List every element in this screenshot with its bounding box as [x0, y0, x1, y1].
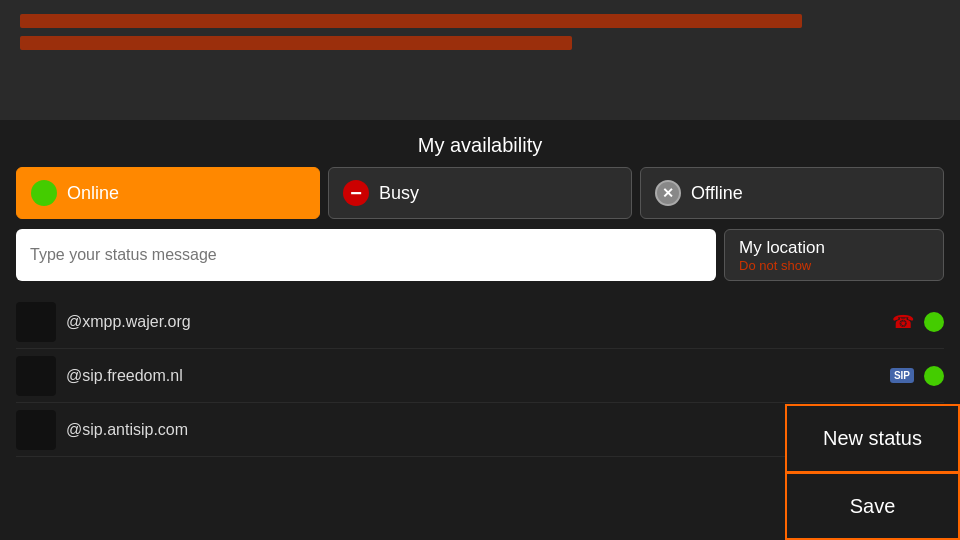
avatar: [16, 410, 56, 450]
new-status-button[interactable]: New status: [785, 404, 960, 472]
account-name: @xmpp.wajer.org: [66, 313, 882, 331]
offline-label: Offline: [691, 183, 743, 204]
availability-row: Online Busy Offline: [0, 167, 960, 229]
online-button[interactable]: Online: [16, 167, 320, 219]
status-location-row: My location Do not show: [0, 229, 960, 291]
busy-button[interactable]: Busy: [328, 167, 632, 219]
location-button[interactable]: My location Do not show: [724, 229, 944, 281]
busy-icon: [343, 180, 369, 206]
online-label: Online: [67, 183, 119, 204]
bg-line-2: [20, 36, 572, 50]
online-icon: [31, 180, 57, 206]
avatar: [16, 356, 56, 396]
bg-line-1: [20, 14, 802, 28]
action-buttons: New status Save: [785, 291, 960, 540]
offline-button[interactable]: Offline: [640, 167, 944, 219]
status-message-input[interactable]: [16, 229, 716, 281]
account-name: @sip.antisip.com: [66, 421, 880, 439]
busy-label: Busy: [379, 183, 419, 204]
account-name: @sip.freedom.nl: [66, 367, 880, 385]
save-button[interactable]: Save: [785, 472, 960, 540]
accounts-section: @xmpp.wajer.org ☎ @sip.freedom.nl SIP @s…: [0, 291, 960, 540]
availability-dialog: My availability Online Busy Offline My l…: [0, 120, 960, 540]
avatar: [16, 302, 56, 342]
dialog-title: My availability: [0, 120, 960, 167]
background-content: [0, 0, 960, 130]
offline-icon: [655, 180, 681, 206]
location-title: My location: [739, 238, 825, 258]
location-subtitle: Do not show: [739, 258, 811, 273]
